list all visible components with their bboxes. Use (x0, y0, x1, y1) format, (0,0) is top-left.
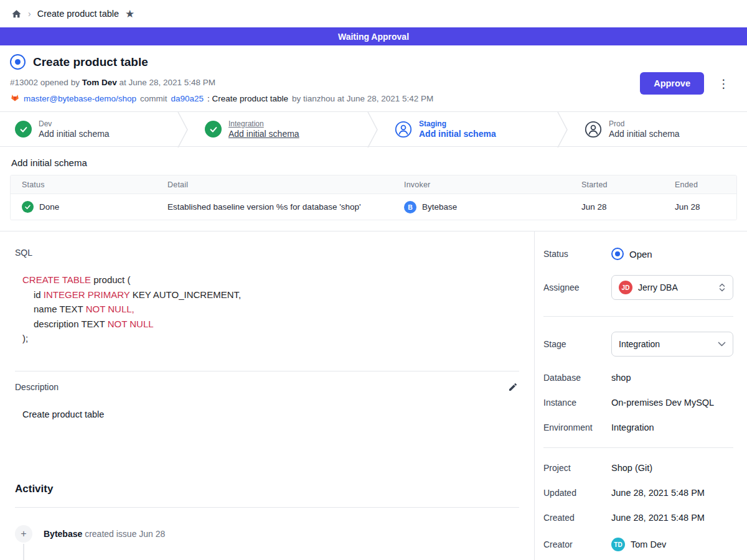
task-ended-cell: Jun 28 (664, 202, 736, 212)
issue-open-icon (10, 54, 26, 70)
creator-label: Creator (543, 539, 611, 549)
updated-label: Updated (543, 488, 611, 498)
assignee-label: Assignee (543, 282, 611, 292)
activity-heading: Activity (15, 483, 519, 495)
timeline-connector (23, 544, 24, 560)
project-value[interactable]: Shop (Git) (611, 463, 652, 473)
commit-branch-link[interactable]: master@bytebase-demo/shop (24, 94, 136, 103)
stage-task-label: Add initial schema (39, 129, 110, 139)
database-label: Database (543, 373, 611, 383)
col-detail: Detail (156, 180, 393, 189)
table-row[interactable]: Done Established baseline version %s for… (11, 194, 736, 220)
stage-separator (367, 112, 380, 147)
task-table: Status Detail Invoker Started Ended Done… (10, 175, 737, 220)
stage-task-label: Add initial schema (228, 129, 299, 139)
issue-opened-time: June 28, 2021 5:48 PM (128, 78, 215, 87)
bytebase-avatar: B (404, 201, 416, 213)
breadcrumb-title[interactable]: Create product table (37, 9, 119, 19)
assignee-avatar: JD (619, 281, 632, 294)
environment-label: Environment (543, 422, 611, 432)
issue-title: Create product table (33, 55, 148, 69)
stage-staging[interactable]: Staging Add initial schema (380, 112, 557, 146)
project-label: Project (543, 463, 611, 473)
task-invoker-cell: B Bytebase (393, 201, 570, 213)
open-status-icon (611, 248, 624, 260)
col-status: Status (11, 180, 156, 189)
home-icon[interactable] (11, 9, 22, 19)
stage-pending-assignee-icon (395, 121, 412, 138)
gitlab-icon (10, 93, 20, 104)
pipeline-stage-bar: Dev Add initial schema Integration Add i… (0, 111, 747, 147)
commit-message: : Create product table (207, 94, 288, 103)
sql-statement: CREATE TABLE product ( id INTEGER PRIMAR… (15, 273, 519, 346)
favorite-star-icon[interactable]: ★ (125, 9, 134, 19)
updated-value: June 28, 2021 5:48 PM (611, 488, 705, 498)
status-banner-text: Waiting Approval (338, 32, 409, 42)
plus-icon: + (15, 525, 32, 543)
task-status-cell: Done (11, 201, 156, 213)
stage-env-label: Integration (228, 119, 299, 128)
commit-line: master@bytebase-demo/shop commit da90a25… (10, 93, 433, 104)
task-heading: Add initial schema (11, 157, 737, 168)
col-invoker: Invoker (393, 180, 570, 189)
stage-env-label: Prod (609, 119, 680, 128)
stage-value: Integration (619, 339, 712, 349)
task-table-header: Status Detail Invoker Started Ended (11, 175, 736, 194)
divider (543, 447, 733, 448)
created-value: June 28, 2021 5:48 PM (611, 513, 705, 523)
divider (543, 316, 733, 317)
issue-meta: #13002 opened by Tom Dev at June 28, 202… (10, 78, 433, 87)
assignee-value: Jerry DBA (638, 282, 713, 292)
commit-hash-link[interactable]: da90a25 (171, 94, 204, 103)
commit-byline: by tianzhou at June 28, 2021 5:42 PM (292, 94, 433, 103)
created-label: Created (543, 513, 611, 523)
done-check-icon (22, 201, 34, 213)
stage-separator (557, 112, 570, 147)
stage-separator (177, 112, 190, 147)
database-value[interactable]: shop (611, 373, 631, 383)
stage-integration[interactable]: Integration Add initial schema (190, 112, 367, 146)
task-section: Add initial schema Status Detail Invoker… (0, 157, 747, 220)
issue-sidebar: Status Open Assignee JD Jerry DBA Stage … (534, 231, 747, 560)
stage-select[interactable]: Integration (611, 332, 733, 357)
issue-header: Create product table #13002 opened by To… (0, 45, 747, 111)
task-started-cell: Jun 28 (570, 202, 664, 212)
task-detail-cell: Established baseline version %s for data… (156, 202, 393, 212)
chevron-down-icon (718, 342, 726, 347)
stage-done-icon (205, 121, 222, 138)
chevron-right-icon: › (28, 9, 31, 19)
instance-value[interactable]: On-premises Dev MySQL (611, 398, 714, 408)
environment-value[interactable]: Integration (611, 422, 654, 432)
col-ended: Ended (664, 180, 736, 189)
issue-author: Tom Dev (82, 78, 117, 87)
activity-actor: Bytebase (44, 529, 82, 539)
divider (15, 507, 519, 508)
divider (15, 371, 519, 371)
stage-task-label: Add initial schema (419, 129, 496, 139)
updown-chevron-icon (718, 282, 726, 292)
breadcrumb: › Create product table ★ (0, 0, 747, 27)
status-value: Open (629, 249, 652, 259)
edit-pencil-icon[interactable] (507, 381, 519, 393)
stage-task-label: Add initial schema (609, 129, 680, 139)
stage-dev[interactable]: Dev Add initial schema (0, 112, 177, 146)
stage-done-icon (15, 121, 32, 138)
col-started: Started (570, 180, 664, 189)
creator-value: Tom Dev (631, 539, 666, 549)
stage-env-label: Dev (39, 119, 110, 128)
main-content: SQL CREATE TABLE product ( id INTEGER PR… (0, 231, 534, 560)
activity-action: created issue Jun 28 (85, 529, 165, 539)
stage-pending-assignee-icon (585, 121, 602, 138)
status-label: Status (543, 249, 611, 259)
activity-item: + Bytebase created issue Jun 28 (15, 525, 519, 543)
approve-button[interactable]: Approve (640, 72, 704, 95)
instance-label: Instance (543, 398, 611, 408)
status-banner: Waiting Approval (0, 27, 747, 45)
sql-label: SQL (15, 248, 519, 258)
stage-prod[interactable]: Prod Add initial schema (570, 112, 747, 146)
description-content: Create product table (15, 409, 519, 419)
stage-env-label: Staging (419, 119, 496, 128)
assignee-select[interactable]: JD Jerry DBA (611, 275, 733, 300)
more-options-icon[interactable]: ⋮ (715, 75, 732, 92)
creator-avatar: TD (611, 538, 625, 551)
